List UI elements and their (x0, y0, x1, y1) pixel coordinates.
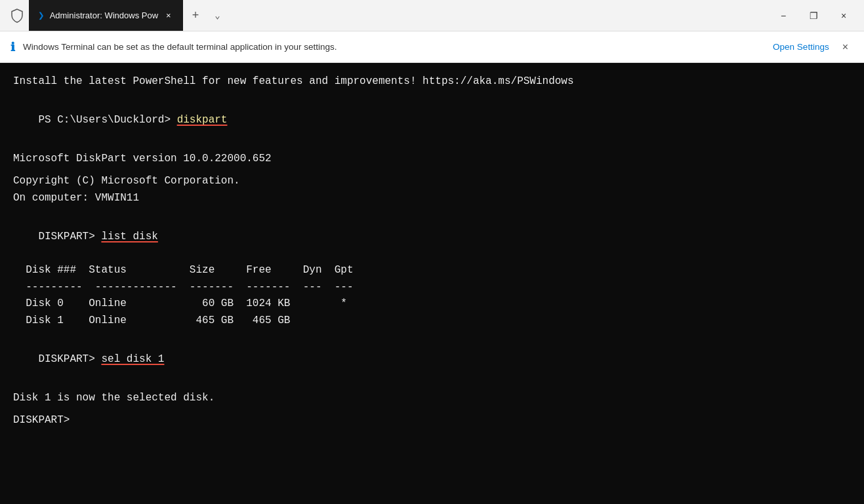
close-button[interactable]: × (829, 0, 859, 31)
terminal-line-disk0: Disk 0 Online 60 GB 1024 KB * (13, 296, 851, 313)
terminal-line-prompt2: DISKPART> list disk (13, 212, 851, 262)
powershell-icon: ❯ (38, 9, 45, 22)
spacer7 (13, 407, 851, 412)
spacer6 (13, 385, 851, 390)
open-settings-link[interactable]: Open Settings (773, 42, 829, 52)
title-bar: ❯ Administrator: Windows Pow × + ⌄ − ❐ × (0, 0, 864, 31)
terminal-line-copyright: Copyright (C) Microsoft Corporation. (13, 173, 851, 190)
terminal-line-col-headers: Disk ### Status Size Free Dyn Gpt (13, 262, 851, 279)
terminal-line-disk1: Disk 1 Online 465 GB 465 GB (13, 313, 851, 330)
tab-area: ❯ Administrator: Windows Pow × + ⌄ (5, 0, 387, 31)
terminal-line-prompt4: DISKPART> (13, 412, 851, 429)
spacer5 (13, 329, 851, 334)
tab-dropdown-button[interactable]: ⌄ (208, 0, 226, 31)
new-tab-button[interactable]: + (183, 0, 209, 31)
info-bar: ℹ Windows Terminal can be set as the def… (0, 31, 864, 63)
terminal-line-col-dividers: --------- ------------- ------- ------- … (13, 279, 851, 296)
restore-button[interactable]: ❐ (798, 0, 829, 31)
prompt2: DISKPART> (38, 231, 101, 242)
terminal-line-install: Install the latest PowerShell for new fe… (13, 73, 851, 90)
active-tab[interactable]: ❯ Administrator: Windows Pow × (29, 0, 183, 31)
terminal-line-diskpart-version: Microsoft DiskPart version 10.0.22000.65… (13, 151, 851, 168)
spacer3 (13, 168, 851, 173)
cmd2: list disk (101, 231, 157, 242)
tab-title: Administrator: Windows Pow (50, 10, 158, 20)
shield-icon-area (5, 0, 29, 31)
terminal-area[interactable]: Install the latest PowerShell for new fe… (0, 63, 864, 504)
cmd3: sel disk 1 (101, 353, 164, 365)
info-icon: ℹ (10, 40, 15, 54)
minimize-button[interactable]: − (768, 0, 798, 31)
spacer1 (13, 90, 851, 96)
prompt3: DISKPART> (38, 353, 101, 365)
terminal-line-prompt3: DISKPART> sel disk 1 (13, 334, 851, 385)
terminal-line-computer: On computer: VMWIN11 (13, 190, 851, 207)
cmd1: diskpart (177, 114, 228, 126)
window-controls: − ❐ × (768, 0, 859, 31)
spacer4 (13, 206, 851, 212)
info-message: Windows Terminal can be set as the defau… (23, 42, 765, 52)
info-dismiss-button[interactable]: × (837, 39, 854, 56)
terminal-line-prompt1: PS C:\Users\Ducklord> diskpart (13, 96, 851, 146)
shield-icon (10, 9, 24, 23)
spacer2 (13, 145, 851, 151)
prompt1: PS C:\Users\Ducklord> (38, 114, 176, 126)
terminal-line-result: Disk 1 is now the selected disk. (13, 390, 851, 407)
tab-close-button[interactable]: × (163, 9, 174, 22)
